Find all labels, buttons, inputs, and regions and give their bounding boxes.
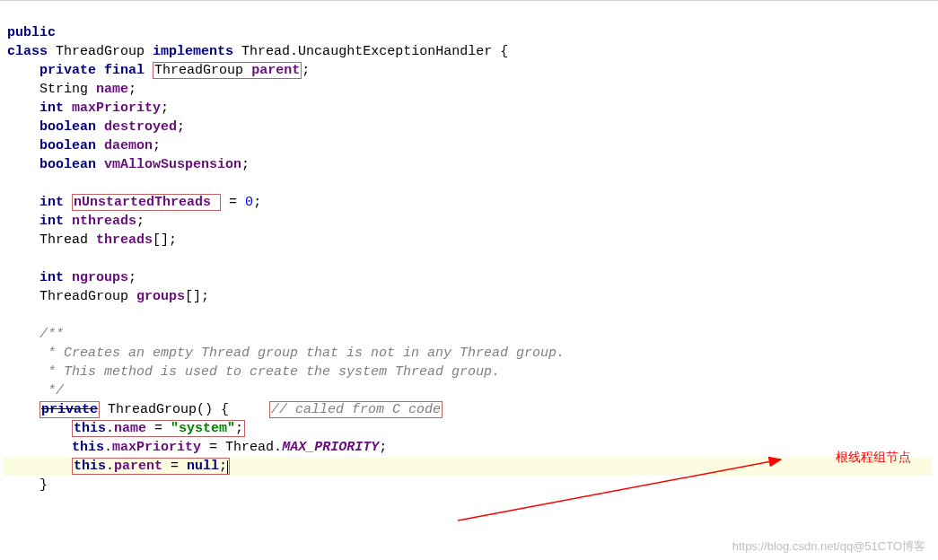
ctor-comment: // called from C code [271,402,441,417]
kw-public: public [7,25,56,40]
watermark-left: https://blog.csdn.net/qq [732,539,853,553]
highlight-parent-decl: ThreadGroup parent [153,62,302,79]
kw-this-3: this [74,459,106,474]
system-string: "system" [171,421,235,436]
javadoc-line1: * Creates an empty Thread group that is … [39,346,565,361]
javadoc-open: /** [39,327,64,342]
field-ngroups: ngroups [72,270,128,285]
field-vmallow: vmAllowSuspension [104,157,241,172]
highlight-parent-null: this.parent = null; [72,458,230,475]
max-priority-const: MAX_PRIORITY [282,440,379,455]
kw-class: class [7,44,48,59]
kw-private-struck: private [41,402,98,417]
field-nunstarted: nUnstartedThreads [74,195,211,210]
threadgroup-type: ThreadGroup [39,289,128,304]
kw-null: null [187,459,219,474]
parent-type: ThreadGroup [154,63,243,78]
highlight-nunstarted: nUnstartedThreads [72,194,221,211]
ctor-name: ThreadGroup [108,402,197,417]
kw-final: final [104,63,145,78]
kw-int-3: int [39,214,64,229]
kw-this-1: this [74,421,106,436]
kw-private: private [39,63,96,78]
close-brace-method: } [39,477,48,493]
thread-class-ref: Thread [225,440,274,455]
field-threads: threads [96,232,153,248]
kw-this-2: this [72,440,104,455]
thread-type: Thread [39,232,88,248]
watermark-right: @51CTO博客 [853,539,925,553]
field-daemon: daemon [104,138,153,153]
ref-name: name [114,421,146,436]
highlight-this-name: this.name = "system"; [72,420,245,437]
highlighted-line: this.parent = null; [4,457,932,476]
ref-maxpriority: maxPriority [112,440,201,455]
open-brace: { [500,44,508,59]
annotation-label: 根线程组节点 [836,449,911,467]
field-groups: groups [136,289,185,304]
ref-parent: parent [114,459,162,474]
kw-int-1: int [39,101,64,116]
kw-boolean-3: boolean [39,157,96,172]
highlight-call-comment: // called from C code [269,401,443,418]
field-destroyed: destroyed [104,119,177,135]
watermark: https://blog.csdn.net/qq@51CTO博客 [732,538,925,555]
kw-int-2: int [39,195,64,210]
highlight-private-ctor: private [39,401,100,418]
text-cursor [227,460,228,474]
class-name: ThreadGroup [56,44,145,59]
javadoc-line2: * This method is used to create the syst… [39,364,500,380]
field-name: name [96,82,128,97]
kw-implements: implements [153,44,233,59]
string-type: String [39,82,88,97]
field-nthreads: nthreads [72,214,136,229]
javadoc-close: */ [39,383,64,398]
field-maxpriority: maxPriority [72,101,161,116]
code-panel: public class ThreadGroup implements Thre… [0,0,938,498]
kw-boolean-2: boolean [39,138,96,153]
field-parent: parent [251,63,300,78]
kw-int-4: int [39,270,64,285]
zero-literal: 0 [245,195,253,210]
iface-name: Thread.UncaughtExceptionHandler [241,44,492,59]
kw-boolean-1: boolean [39,119,96,135]
